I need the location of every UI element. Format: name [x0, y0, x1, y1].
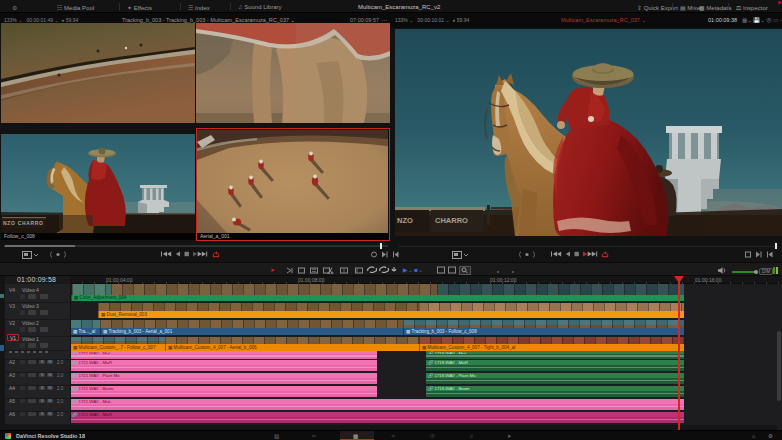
svg-text:NZO CHARRO: NZO CHARRO [3, 220, 43, 226]
svg-text:NZO: NZO [397, 216, 413, 225]
svg-text:CHARRO: CHARRO [435, 216, 468, 225]
